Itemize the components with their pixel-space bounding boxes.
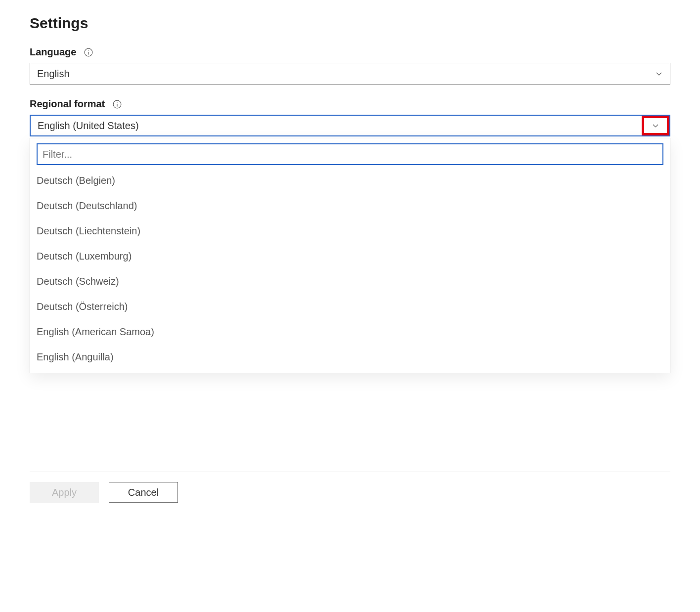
filter-input[interactable] <box>37 143 663 165</box>
language-value: English <box>37 68 70 80</box>
footer-divider <box>30 472 670 472</box>
option-item[interactable]: English (Anguilla) <box>37 345 663 370</box>
regional-format-dropdown: Deutsch (Belgien) Deutsch (Deutschland) … <box>30 138 670 373</box>
info-icon[interactable] <box>84 48 93 57</box>
option-item[interactable]: Deutsch (Österreich) <box>37 294 663 319</box>
page-title: Settings <box>30 15 670 32</box>
regional-format-field: Regional format English (United States) … <box>30 98 670 136</box>
option-item[interactable]: Deutsch (Belgien) <box>37 168 663 193</box>
language-select[interactable]: English <box>30 63 670 85</box>
chevron-down-icon <box>655 70 663 78</box>
svg-point-1 <box>88 50 89 50</box>
option-item[interactable]: Deutsch (Liechtenstein) <box>37 219 663 244</box>
info-icon[interactable] <box>113 100 122 109</box>
regional-format-value: English (United States) <box>38 120 139 131</box>
option-item[interactable]: Deutsch (Deutschland) <box>37 193 663 219</box>
language-label: Language <box>30 46 76 58</box>
regional-format-label: Regional format <box>30 98 105 110</box>
cancel-button[interactable]: Cancel <box>109 482 178 503</box>
options-list[interactable]: Deutsch (Belgien) Deutsch (Deutschland) … <box>37 168 663 370</box>
language-field: Language English <box>30 46 670 85</box>
footer-buttons: Apply Cancel <box>30 482 670 503</box>
svg-point-4 <box>117 102 118 102</box>
option-item[interactable]: Deutsch (Luxemburg) <box>37 244 663 269</box>
option-item[interactable]: English (American Samoa) <box>37 319 663 345</box>
dropdown-toggle-highlight <box>642 116 669 135</box>
apply-button[interactable]: Apply <box>30 482 99 503</box>
option-item[interactable]: Deutsch (Schweiz) <box>37 269 663 294</box>
regional-format-select[interactable]: English (United States) <box>30 115 670 136</box>
